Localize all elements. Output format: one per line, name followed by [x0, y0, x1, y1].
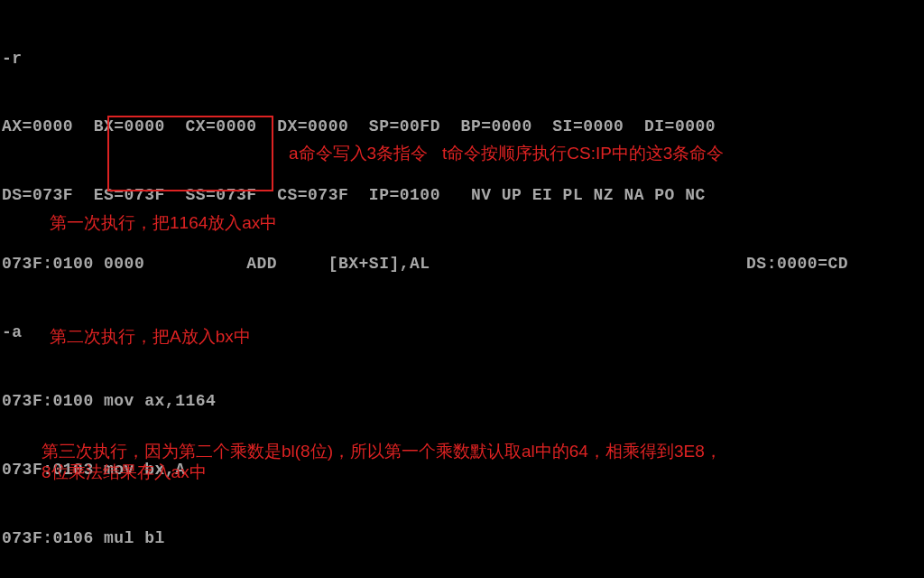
asm-input-line[interactable]: 073F:0106 mul bl	[2, 527, 922, 550]
annotation-exec3a: 第三次执行，因为第二个乘数是bl(8位)，所以第一个乘数默认取al中的64，相乘…	[42, 440, 722, 462]
annotation-a-t: a命令写入3条指令 t命令按顺序执行CS:IP中的这3条命令	[289, 142, 724, 164]
annotation-exec2: 第二次执行，把A放入bx中	[50, 325, 251, 348]
disasm-line: 073F:0100 0000 ADD [BX+SI],AL DS:0000=CD	[2, 253, 922, 275]
annotation-exec1: 第一次执行，把1164放入ax中	[50, 211, 277, 234]
annotation-exec3b: 8位乘法结果存入ax中	[42, 461, 207, 483]
terminal-output: -r AX=0000 BX=0000 CX=0000 DX=0000 SP=00…	[0, 0, 924, 578]
debug-line: -r	[2, 48, 922, 70]
disasm-left: 073F:0100 0000 ADD [BX+SI],AL	[2, 255, 430, 273]
register-line: AX=0000 BX=0000 CX=0000 DX=0000 SP=00FD …	[2, 116, 922, 138]
register-line: DS=073F ES=073F SS=073F CS=073F IP=0100 …	[2, 184, 922, 207]
disasm-right: DS:0000=CD	[746, 255, 848, 273]
asm-input-line[interactable]: 073F:0100 mov ax,1164	[2, 390, 922, 413]
